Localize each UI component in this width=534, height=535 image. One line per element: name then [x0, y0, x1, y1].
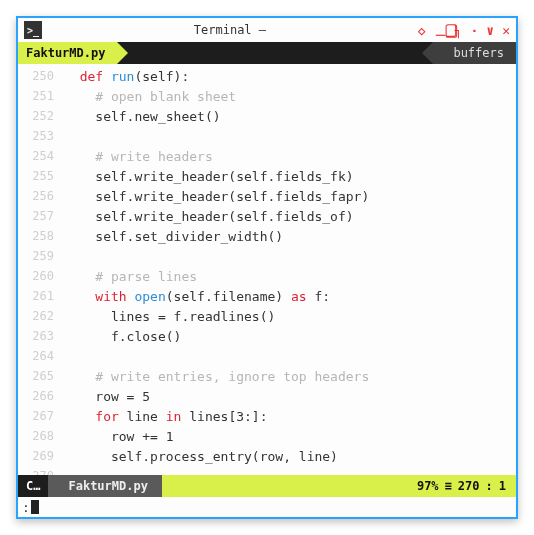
code-line[interactable]: 261 with open(self.filename) as f:: [18, 286, 516, 306]
status-bar: C… FakturMD.py 97% ≡ 270 : 1: [18, 475, 516, 497]
command-line[interactable]: :: [18, 497, 516, 517]
code-line[interactable]: 264: [18, 346, 516, 366]
line-number: 251: [18, 89, 64, 103]
line-number: 266: [18, 389, 64, 403]
code-text: # open blank sheet: [64, 89, 236, 104]
code-line[interactable]: 256 self.write_header(self.fields_fapr): [18, 186, 516, 206]
line-number: 250: [18, 69, 64, 83]
cmd-prefix: :: [22, 500, 30, 515]
line-number: 253: [18, 129, 64, 143]
terminal-icon: >_: [24, 21, 42, 39]
code-line[interactable]: 266 row = 5: [18, 386, 516, 406]
code-line[interactable]: 259: [18, 246, 516, 266]
line-number: 257: [18, 209, 64, 223]
code-line[interactable]: 250 def run(self):: [18, 66, 516, 86]
code-line[interactable]: 268 row += 1: [18, 426, 516, 446]
status-colon: :: [486, 479, 493, 493]
code-line[interactable]: 253: [18, 126, 516, 146]
code-text: with open(self.filename) as f:: [64, 289, 330, 304]
code-line[interactable]: 258 self.set_divider_width(): [18, 226, 516, 246]
code-line[interactable]: 255 self.write_header(self.fields_fk): [18, 166, 516, 186]
code-line[interactable]: 262 lines = f.readlines(): [18, 306, 516, 326]
buffers-tab[interactable]: buffers: [433, 42, 516, 64]
code-text: # write headers: [64, 149, 213, 164]
line-number: 267: [18, 409, 64, 423]
status-percent: 97%: [417, 479, 439, 493]
status-position: 97% ≡ 270 : 1: [401, 475, 516, 497]
window-controls: ◇ ＿ ⃣┐ · ∨ ✕: [418, 21, 510, 39]
code-line[interactable]: 269 self.process_entry(row, line): [18, 446, 516, 466]
code-text: for line in lines[3:]:: [64, 409, 268, 424]
code-text: self.process_entry(row, line): [64, 449, 338, 464]
code-line[interactable]: 251 # open blank sheet: [18, 86, 516, 106]
status-spacer: [162, 475, 401, 497]
code-line[interactable]: 267 for line in lines[3:]:: [18, 406, 516, 426]
line-number: 260: [18, 269, 64, 283]
code-text: row = 5: [64, 389, 150, 404]
code-line[interactable]: 260 # parse lines: [18, 266, 516, 286]
code-text: self.write_header(self.fields_fapr): [64, 189, 369, 204]
line-number: 265: [18, 369, 64, 383]
status-filename: FakturMD.py: [48, 475, 161, 497]
buffers-label: buffers: [453, 46, 504, 60]
code-text: self.write_header(self.fields_fk): [64, 169, 354, 184]
editor-viewport[interactable]: 250 def run(self):251 # open blank sheet…: [18, 64, 516, 475]
tab-bar: FakturMD.py buffers: [18, 42, 516, 64]
status-line: 270: [458, 479, 480, 493]
code-line[interactable]: 257 self.write_header(self.fields_of): [18, 206, 516, 226]
status-col: 1: [499, 479, 506, 493]
maximize-button[interactable]: ⃣┐: [455, 23, 463, 38]
lines-icon: ≡: [445, 479, 452, 493]
line-number: 269: [18, 449, 64, 463]
titlebar[interactable]: >_ Terminal – ◇ ＿ ⃣┐ · ∨ ✕: [18, 18, 516, 42]
line-number: 254: [18, 149, 64, 163]
code-text: f.close(): [64, 329, 181, 344]
code-line[interactable]: 254 # write headers: [18, 146, 516, 166]
line-number: 268: [18, 429, 64, 443]
tab-active[interactable]: FakturMD.py: [18, 42, 117, 64]
code-text: # parse lines: [64, 269, 197, 284]
tab-spacer: [117, 42, 433, 64]
line-number: 262: [18, 309, 64, 323]
code-text: lines = f.readlines(): [64, 309, 275, 324]
line-number: 263: [18, 329, 64, 343]
status-mode: C…: [18, 475, 48, 497]
code-text: def run(self):: [64, 69, 189, 84]
terminal-window: >_ Terminal – ◇ ＿ ⃣┐ · ∨ ✕ FakturMD.py b…: [16, 16, 518, 519]
window-pin-icon[interactable]: ◇: [418, 23, 426, 38]
code-text: row += 1: [64, 429, 174, 444]
line-number: 252: [18, 109, 64, 123]
code-text: self.new_sheet(): [64, 109, 221, 124]
shade-button[interactable]: ∨: [486, 23, 494, 38]
line-number: 256: [18, 189, 64, 203]
code-text: # write entries, ignore top headers: [64, 369, 369, 384]
cursor: [31, 500, 39, 514]
code-line[interactable]: 270: [18, 466, 516, 475]
code-line[interactable]: 265 # write entries, ignore top headers: [18, 366, 516, 386]
minimize-button[interactable]: ＿: [434, 21, 447, 39]
code-text: self.set_divider_width(): [64, 229, 283, 244]
line-number: 261: [18, 289, 64, 303]
line-number: 258: [18, 229, 64, 243]
code-line[interactable]: 263 f.close(): [18, 326, 516, 346]
window-title: Terminal –: [42, 23, 418, 37]
tab-label: FakturMD.py: [26, 46, 105, 60]
line-number: 259: [18, 249, 64, 263]
line-number: 264: [18, 349, 64, 363]
dot-icon[interactable]: ·: [471, 23, 479, 38]
line-number: 255: [18, 169, 64, 183]
code-line[interactable]: 252 self.new_sheet(): [18, 106, 516, 126]
close-button[interactable]: ✕: [502, 23, 510, 38]
code-text: self.write_header(self.fields_of): [64, 209, 354, 224]
